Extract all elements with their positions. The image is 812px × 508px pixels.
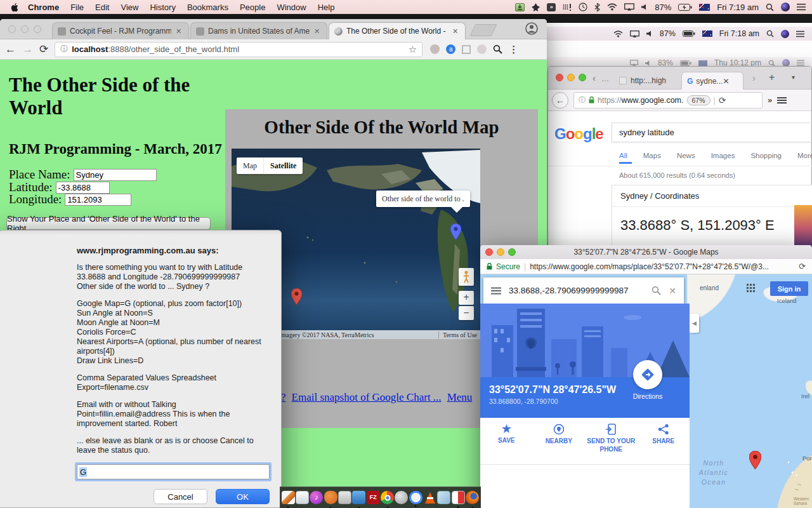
terms-of-use-link[interactable]: Terms of Use [438,331,477,338]
forward-icon[interactable]: → [22,43,33,56]
tab-images[interactable]: Images [711,152,735,159]
tab-list-icon[interactable]: ▾ [792,74,795,81]
longitude-input[interactable] [65,194,131,206]
dock-quicktime-icon[interactable] [409,491,422,504]
minimize-button[interactable] [21,25,29,33]
dock-itunes-icon[interactable]: ♪ [310,491,323,504]
map-type-satellite-button[interactable]: Satellite [264,157,303,174]
hamburger-menu-icon[interactable] [491,287,501,295]
close-tab-icon[interactable]: ✕ [176,27,181,36]
pegman-control[interactable] [459,268,474,286]
close-button[interactable] [8,25,16,33]
wifi-icon[interactable] [607,3,617,11]
info-icon[interactable]: ⓘ [60,44,68,55]
dock-sketch-icon[interactable] [282,491,295,504]
search-input[interactable]: sydney latitude [612,123,812,142]
close-button[interactable] [556,74,563,81]
dock-filezilla-icon[interactable]: FZ [367,491,380,504]
bookmark-star-icon[interactable]: ☆ [409,44,417,55]
reload-icon[interactable]: ⟳ [39,43,48,56]
airplay-icon[interactable] [630,30,639,37]
avast-extension-icon[interactable] [430,44,440,54]
save-button[interactable]: ★ SAVE [480,424,533,445]
red-marker[interactable] [749,451,761,472]
maps-search-box[interactable]: 33.8688,-28.790699999999987 ✕ [483,277,684,304]
flag-icon[interactable] [699,4,710,11]
volume-icon[interactable] [641,4,648,10]
menu-clock[interactable]: Fri 7:19 am [717,3,759,12]
tab-dams[interactable]: Dams in United States of Amer ✕ [190,22,327,39]
question-link[interactable]: ? [281,391,286,403]
firefox-tab-2[interactable]: G sydne... ✕ [681,72,743,90]
tab-more[interactable]: More [797,152,812,159]
red-marker[interactable] [291,288,302,307]
menu-history[interactable]: History [144,3,181,12]
profile-icon[interactable] [525,22,538,35]
littlesnitch-menu-icon[interactable] [563,4,572,11]
tab-cockpit-feel[interactable]: Cockpit Feel - RJM Programmi ✕ [52,22,189,39]
place-name-input[interactable] [74,169,157,181]
menu-window[interactable]: Window [271,3,311,12]
tab-other-side[interactable]: The Other Side of the World - ✕ [329,22,466,39]
cube-extension-icon[interactable] [462,45,471,54]
dock-vlc-icon[interactable] [423,491,436,504]
wifi-icon[interactable] [613,30,623,37]
directions-button[interactable] [633,360,662,389]
zoom-button[interactable] [34,25,41,33]
omnibox[interactable]: ⓘ localhost:8888/other_side_of_the_world… [55,42,422,57]
time-machine-icon[interactable] [579,3,587,11]
zoom-level-badge[interactable]: 67% [687,95,710,105]
tab-all[interactable]: All [619,152,627,159]
menu-help[interactable]: Help [312,3,341,12]
search-icon[interactable] [652,286,661,295]
info-window[interactable]: Other side of the world to . [376,190,470,207]
disabled-extension-icon[interactable] [477,44,487,54]
maps-address-bar[interactable]: Secure | https://www.google.com/maps/pla… [480,259,812,274]
spotlight-icon[interactable] [766,3,774,11]
tab-scroll-right-icon[interactable]: › [752,72,756,83]
nearby-button[interactable]: NEARBY [533,424,586,446]
dock-cube-icon[interactable] [437,491,450,504]
menu-chrome[interactable]: Chrome [22,3,65,12]
reload-icon[interactable]: ⟳ [719,95,726,105]
menu-view[interactable]: View [115,3,144,12]
overflow-menu-icon[interactable]: » [768,95,772,105]
send-to-phone-button[interactable]: SEND TO YOUR PHONE [585,424,638,453]
dock-photos-icon[interactable] [296,491,309,504]
close-tab-icon[interactable]: ✕ [723,77,729,86]
new-tab-icon[interactable]: + [769,72,775,83]
annotator-extension-icon[interactable]: a [446,44,455,54]
back-icon[interactable]: ← [5,43,16,56]
email-snapshot-link[interactable]: Email snapshot of Google Chart ... [292,391,442,403]
dock-avast-icon[interactable] [324,491,337,504]
menu-file[interactable]: File [65,3,89,12]
dock-firefox-icon[interactable] [466,491,479,504]
menu-people[interactable]: People [234,3,271,12]
search-icon[interactable] [493,44,502,54]
zoom-button[interactable] [579,74,586,81]
cancel-button[interactable]: Cancel [154,489,207,504]
blue-marker[interactable] [450,224,461,243]
zoom-out-button[interactable]: − [459,306,474,320]
reload-icon[interactable]: ⟳ [799,262,806,271]
battery-icon[interactable] [683,30,695,37]
tab-scroll-left-icon[interactable]: ‹ [593,72,596,83]
tab-shopping[interactable]: Shopping [750,152,782,159]
clear-search-icon[interactable]: ✕ [669,286,676,296]
dock-app-store-icon[interactable] [395,491,408,504]
zoom-in-button[interactable]: + [459,291,474,305]
tab-maps[interactable]: Maps [643,152,661,159]
avast-menu-icon[interactable] [532,3,540,11]
menu-edit[interactable]: Edit [89,3,115,12]
address-bar[interactable]: ⓘ https://www.google.com. 67% | ⟳ [573,92,763,109]
notification-center-icon[interactable] [796,30,804,37]
hamburger-menu-icon[interactable] [777,97,787,104]
menu-bookmarks[interactable]: Bookmarks [181,3,234,12]
flag-icon[interactable] [702,30,712,37]
sydney-thumbnail[interactable] [794,205,812,247]
map-type-map-button[interactable]: Map [237,157,264,174]
bluetooth-icon[interactable] [594,3,600,11]
dialog-input[interactable]: G [77,464,270,479]
volume-icon[interactable] [646,30,653,37]
ok-button[interactable]: OK [216,489,270,504]
